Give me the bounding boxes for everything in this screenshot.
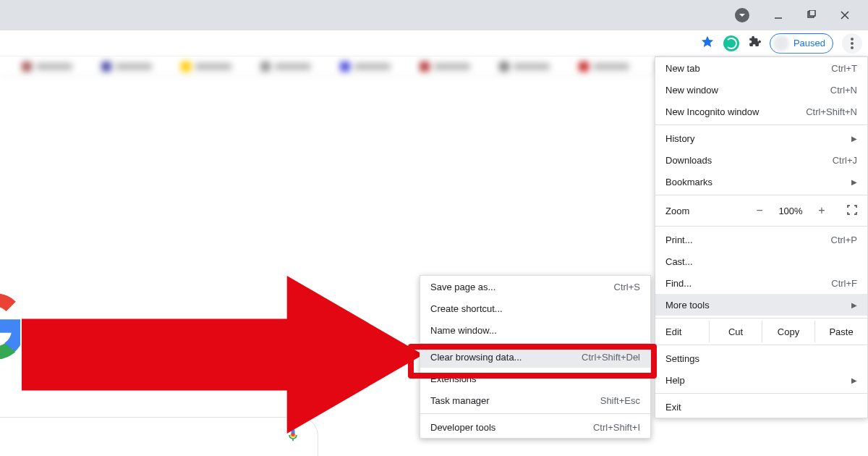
window-close-button[interactable] — [835, 5, 855, 25]
menu-item-shortcut: Ctrl+Shift+I — [593, 422, 640, 433]
menu-item-label: Extensions — [430, 373, 477, 384]
cut-button[interactable]: Cut — [709, 321, 762, 342]
zoom-in-button[interactable]: + — [814, 204, 830, 217]
extensions-icon[interactable] — [748, 35, 761, 51]
submenu-create-shortcut[interactable]: Create shortcut... — [420, 297, 650, 319]
submenu-name-window[interactable]: Name window... — [420, 319, 650, 341]
menu-item-label: Task manager — [430, 395, 490, 406]
menu-item-shortcut: Ctrl+J — [833, 155, 857, 166]
menu-settings[interactable]: Settings — [655, 347, 867, 369]
menu-item-shortcut: Ctrl+P — [831, 235, 857, 245]
zoom-out-button[interactable]: − — [752, 204, 767, 217]
chrome-menu-button[interactable] — [842, 33, 862, 54]
menu-cast[interactable]: Cast... — [655, 250, 867, 272]
menu-item-label: Bookmarks — [665, 177, 712, 187]
more-tools-submenu: Save page as... Ctrl+S Create shortcut..… — [420, 275, 651, 439]
svg-rect-1 — [809, 10, 815, 16]
menu-item-label: Developer tools — [430, 422, 495, 433]
menu-item-label: More tools — [665, 300, 710, 311]
edit-label: Edit — [665, 321, 709, 342]
menu-zoom-row: Zoom − 100% + — [655, 198, 867, 224]
google-logo-fragment — [0, 290, 20, 369]
menu-bookmarks[interactable]: Bookmarks ▶ — [655, 171, 867, 193]
grammarly-extension-icon[interactable] — [723, 35, 739, 51]
svg-point-3 — [851, 42, 854, 45]
browser-toolbar: Paused — [0, 30, 868, 56]
menu-find[interactable]: Find... Ctrl+F — [655, 272, 867, 294]
menu-help[interactable]: Help ▶ — [655, 369, 867, 391]
submenu-arrow-icon: ▶ — [851, 178, 857, 186]
zoom-value: 100% — [775, 206, 807, 216]
submenu-arrow-icon: ▶ — [851, 376, 857, 384]
window-maximize-button[interactable] — [801, 5, 822, 25]
menu-item-label: Name window... — [430, 325, 497, 336]
menu-exit[interactable]: Exit — [655, 396, 867, 418]
paste-button[interactable]: Paste — [814, 321, 867, 342]
svg-point-4 — [851, 46, 854, 49]
menu-item-label: Help — [665, 375, 685, 386]
avatar — [773, 35, 789, 51]
menu-item-shortcut: Ctrl+N — [830, 85, 857, 96]
menu-item-label: Settings — [665, 353, 699, 364]
submenu-extensions[interactable]: Extensions — [420, 368, 650, 389]
profile-status-label: Paused — [793, 38, 825, 48]
menu-item-shortcut: Shift+Esc — [600, 395, 640, 406]
menu-item-label: Cast... — [665, 256, 693, 267]
voice-search-icon[interactable] — [286, 426, 300, 447]
window-minimize-button[interactable] — [768, 5, 788, 25]
submenu-developer-tools[interactable]: Developer tools Ctrl+Shift+I — [420, 416, 650, 438]
menu-print[interactable]: Print... Ctrl+P — [655, 229, 867, 250]
bookmark-star-icon[interactable] — [700, 35, 715, 51]
menu-item-label: New window — [665, 85, 718, 96]
menu-item-label: Clear browsing data... — [430, 352, 522, 363]
menu-item-label: History — [665, 133, 694, 144]
menu-item-shortcut: Ctrl+T — [831, 63, 857, 74]
tab-search-icon[interactable] — [735, 8, 749, 22]
menu-incognito[interactable]: New Incognito window Ctrl+Shift+N — [655, 101, 867, 122]
menu-item-label: Exit — [665, 402, 681, 413]
menu-new-tab[interactable]: New tab Ctrl+T — [655, 57, 867, 79]
menu-item-label: New Incognito window — [665, 106, 759, 117]
menu-edit-row: Edit Cut Copy Paste — [655, 321, 867, 342]
menu-downloads[interactable]: Downloads Ctrl+J — [655, 149, 867, 171]
submenu-task-manager[interactable]: Task manager Shift+Esc — [420, 389, 650, 411]
menu-item-label: Downloads — [665, 155, 712, 166]
zoom-label: Zoom — [665, 206, 709, 216]
submenu-save-page[interactable]: Save page as... Ctrl+S — [420, 276, 650, 297]
menu-item-label: New tab — [665, 63, 700, 74]
submenu-arrow-icon: ▶ — [851, 135, 857, 143]
menu-item-label: Save page as... — [430, 282, 495, 292]
menu-more-tools[interactable]: More tools ▶ — [655, 294, 867, 316]
window-titlebar — [0, 0, 868, 30]
menu-item-label: Find... — [665, 278, 692, 289]
profile-button[interactable]: Paused — [770, 33, 833, 54]
menu-item-shortcut: Ctrl+S — [614, 282, 640, 292]
menu-history[interactable]: History ▶ — [655, 127, 867, 149]
menu-new-window[interactable]: New window Ctrl+N — [655, 79, 867, 101]
svg-point-2 — [851, 38, 854, 41]
fullscreen-button[interactable] — [847, 205, 857, 217]
menu-item-label: Print... — [665, 235, 693, 245]
red-annotation-arrow — [22, 275, 423, 434]
submenu-clear-browsing-data[interactable]: Clear browsing data... Ctrl+Shift+Del — [420, 346, 650, 368]
menu-item-shortcut: Ctrl+F — [831, 278, 857, 289]
copy-button[interactable]: Copy — [762, 321, 814, 342]
chrome-main-menu: New tab Ctrl+T New window Ctrl+N New Inc… — [655, 56, 868, 418]
submenu-arrow-icon: ▶ — [851, 301, 857, 309]
menu-item-shortcut: Ctrl+Shift+N — [806, 106, 857, 117]
menu-item-label: Create shortcut... — [430, 303, 503, 314]
search-box-edge[interactable] — [0, 417, 318, 456]
menu-item-shortcut: Ctrl+Shift+Del — [582, 352, 640, 363]
